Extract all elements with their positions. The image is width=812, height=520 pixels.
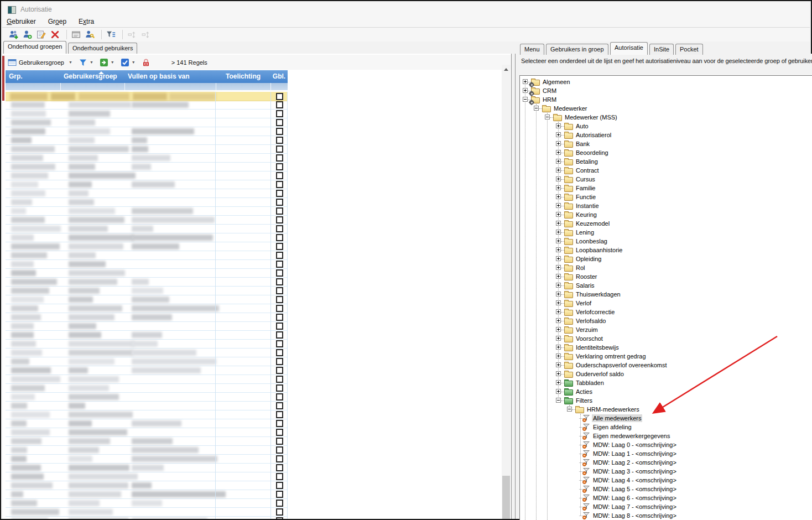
table-row[interactable] [6, 375, 288, 384]
tree-node-thuiswerkdagen[interactable]: Thuiswerkdagen [520, 290, 812, 299]
gbl-checkbox[interactable] [276, 500, 283, 507]
table-row[interactable] [6, 472, 288, 481]
table-row[interactable] [6, 225, 288, 233]
tree-node-label[interactable]: MDW: Laag 7 - <omschrijving> [592, 503, 678, 511]
expand-icon[interactable] [556, 292, 561, 297]
collapse-icon[interactable] [556, 398, 561, 403]
expand-icon[interactable] [556, 362, 561, 367]
tree-node-crm[interactable]: CRM [520, 86, 812, 95]
tree-node-rol[interactable]: Rol [520, 263, 812, 272]
tree-node-label[interactable]: Lening [575, 228, 595, 236]
tree-node-label[interactable]: Loonbeslag [575, 237, 608, 245]
table-row[interactable] [6, 269, 288, 278]
table-row[interactable] [6, 331, 288, 340]
tree-node-label[interactable]: Medewerker (MSS) [564, 113, 618, 121]
gbl-checkbox[interactable] [276, 137, 283, 144]
column-header-gebruikersgroep[interactable]: Gebruikersgroep [60, 70, 124, 83]
tree-node-label[interactable]: Loopbaanhistorie [575, 246, 623, 254]
tree-node-alle-medewerkers[interactable]: Alle medewerkers [520, 414, 812, 423]
gbl-checkbox[interactable] [276, 243, 283, 250]
tree-node-keuring[interactable]: Keuring [520, 210, 812, 219]
gbl-checkbox[interactable] [276, 101, 283, 108]
tree-node-mdw-laag-1-omschrijving-[interactable]: MDW: Laag 1 - <omschrijving> [520, 449, 812, 458]
multiselect-button[interactable]: ▼ [121, 58, 139, 67]
tree-node-label[interactable]: MDW: Laag 8 - <omschrijving> [592, 512, 678, 519]
tree-node-ouderverlof-saldo[interactable]: Ouderverlof saldo [520, 370, 812, 378]
table-row[interactable] [6, 437, 288, 446]
pane-splitter[interactable] [511, 54, 512, 519]
tree-node-label[interactable]: Keuring [575, 211, 598, 219]
table-row[interactable] [6, 101, 288, 110]
expand-icon[interactable] [556, 221, 561, 226]
expand-icon[interactable] [556, 132, 561, 137]
gbl-checkbox[interactable] [276, 429, 283, 436]
tab-autorisatie[interactable]: Autorisatie [610, 42, 648, 55]
expand-icon[interactable] [556, 274, 561, 279]
gbl-checkbox[interactable] [276, 225, 283, 232]
tree-node-loonbeslag[interactable]: Loonbeslag [520, 237, 812, 246]
expand-icon[interactable] [556, 380, 561, 385]
tree-node-beoordeling[interactable]: Beoordeling [520, 148, 812, 157]
tree-node-label[interactable]: MDW: Laag 0 - <omschrijving> [592, 441, 678, 449]
tree-node-rooster[interactable]: Rooster [520, 272, 812, 281]
column-header-gbl[interactable]: Gbl. [270, 70, 288, 83]
gbl-checkbox[interactable] [276, 349, 283, 356]
filter-menu-icon[interactable] [105, 30, 116, 40]
tree-node-keuzemodel[interactable]: Keuzemodel [520, 219, 812, 228]
gbl-checkbox[interactable] [276, 207, 283, 215]
grid-filter-row[interactable] [6, 83, 288, 90]
table-row[interactable] [6, 163, 288, 171]
tree-node-contract[interactable]: Contract [520, 166, 812, 175]
tree-node-label[interactable]: Voorschot [575, 335, 604, 342]
chevron-down-icon[interactable]: ▼ [90, 60, 93, 64]
table-row[interactable] [6, 384, 288, 393]
column-header-grp[interactable]: Grp. [6, 70, 60, 83]
tree-node-label[interactable]: Bank [575, 140, 591, 148]
table-row[interactable] [6, 393, 288, 402]
table-row[interactable] [6, 446, 288, 455]
expand-icon[interactable] [556, 300, 561, 305]
collapse-icon[interactable] [534, 106, 539, 111]
expand-icon[interactable] [556, 176, 561, 181]
tab-gebruikers-in-groep[interactable]: Gebruikers in groep [546, 44, 608, 55]
tree-node-medewerker-mss-[interactable]: Medewerker (MSS) [520, 113, 812, 122]
menu-item-gebruiker[interactable]: Gebruiker [7, 18, 36, 25]
expand-icon[interactable] [556, 353, 561, 358]
tree-node-label[interactable]: MDW: Laag 2 - <omschrijving> [592, 459, 678, 466]
table-row[interactable] [6, 136, 288, 145]
chevron-down-icon[interactable]: ▼ [132, 60, 136, 64]
gbl-checkbox[interactable] [276, 420, 283, 427]
expand-icon[interactable] [556, 168, 561, 173]
tree-node-label[interactable]: MDW: Laag 3 - <omschrijving> [592, 467, 678, 475]
expand-icon[interactable] [556, 318, 561, 323]
table-row[interactable] [6, 313, 288, 322]
tree-node-label[interactable]: Verklaring omtrent gedrag [575, 352, 647, 360]
menu-item-groep[interactable]: Groep [48, 18, 66, 25]
expand-icon[interactable] [556, 212, 561, 217]
lock-button[interactable] [142, 58, 150, 67]
expand-icon[interactable] [556, 185, 561, 190]
tree-node-eigen-medewerkergegevens[interactable]: Eigen medewerkergegevens [520, 431, 812, 440]
tree-node-salaris[interactable]: Salaris [520, 281, 812, 290]
tab-onderhoud-gebruikers[interactable]: Onderhoud gebruikers [68, 43, 137, 54]
tree-node-label[interactable]: Functie [575, 193, 597, 201]
scrollbar-thumb[interactable] [502, 476, 510, 519]
table-row[interactable] [6, 322, 288, 331]
tree-node-label[interactable]: Verzuim [575, 326, 599, 334]
expand-icon[interactable] [556, 309, 561, 314]
tree-node-acties[interactable]: Acties [520, 387, 812, 396]
tree-node-cursus[interactable]: Cursus [520, 175, 812, 184]
table-row[interactable] [6, 118, 288, 127]
tree-node-lening[interactable]: Lening [520, 228, 812, 237]
table-row[interactable] [6, 428, 288, 437]
table-row[interactable] [6, 517, 288, 519]
gbl-checkbox[interactable] [276, 305, 283, 312]
table-row[interactable] [6, 349, 288, 357]
gbl-checkbox[interactable] [276, 358, 283, 365]
tree-node-label[interactable]: Identiteitsbewijs [575, 344, 620, 351]
gbl-checkbox[interactable] [276, 128, 283, 135]
expand-icon[interactable] [556, 141, 561, 146]
gbl-checkbox[interactable] [276, 93, 283, 100]
tree-node-functie[interactable]: Functie [520, 193, 812, 201]
expand-icon[interactable] [556, 371, 561, 376]
